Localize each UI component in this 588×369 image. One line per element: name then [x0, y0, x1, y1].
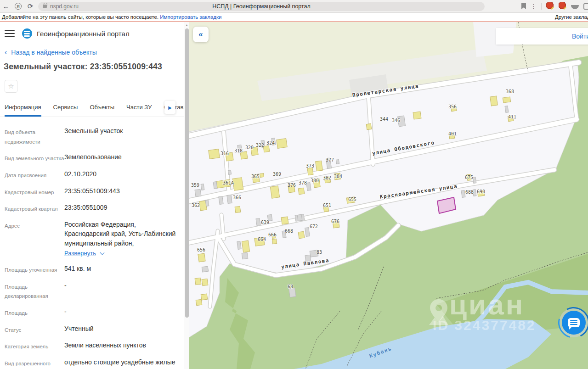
extension-icon-1[interactable] [546, 2, 554, 10]
parcel-number-label: 688 [465, 190, 474, 195]
extension-icon-2[interactable] [559, 2, 566, 10]
attribute-label: Категория земель [5, 341, 64, 352]
profile-icon[interactable] [583, 3, 588, 10]
parcel-number-label: 676 [331, 219, 339, 224]
attribute-value: 23:35:0551009:443 [64, 186, 120, 197]
favorite-star-button[interactable]: ☆ [5, 80, 17, 93]
bookmarks-hint: Добавляйте на эту панель сайты, которые … [2, 14, 221, 20]
attribute-row: Категория земельЗемли населенных пунктов [5, 341, 184, 352]
building-gray [306, 183, 311, 191]
attribute-label: Вид объекта недвижимости [5, 126, 64, 146]
hamburger-menu-icon[interactable] [5, 28, 15, 39]
parcel-number-label: 68 [288, 284, 293, 289]
building-gray [336, 160, 339, 164]
parcel-number-label: 380 [311, 178, 319, 183]
attribute-label: Площадь уточненная [5, 264, 64, 275]
back-to-results-link[interactable]: ‹ Назад в найденные объекты [5, 49, 184, 56]
yandex-icon[interactable]: Я [15, 3, 22, 10]
attribute-value: Российская Федерация, Краснодарский край… [64, 220, 180, 258]
parcel-number-label: 664 [258, 237, 266, 242]
attribute-row: Дата присвоения02.10.2020 [5, 169, 184, 180]
tab-информация[interactable]: Информация [5, 100, 41, 117]
url-text: nspd.gov.ru [50, 3, 79, 10]
chevron-left-icon: ‹ [5, 49, 7, 56]
building-yellow [307, 168, 313, 175]
attribute-row: Вид объекта недвижимостиЗемельный участо… [5, 126, 184, 146]
star-icon: ☆ [8, 82, 14, 90]
building-gray [505, 106, 509, 113]
collapse-panel-button[interactable]: « [193, 27, 209, 42]
building-yellow [281, 217, 288, 224]
building-yellow [277, 139, 287, 149]
building-gray [256, 218, 260, 226]
building-yellow [195, 278, 201, 285]
parcel-number-label: 639 [261, 220, 269, 225]
building-gray [228, 170, 231, 175]
attribute-row: Вид разрешенного использованияотдельно с… [5, 358, 184, 369]
map-canvas[interactable]: 3683563443464114013163183203223243733773… [189, 22, 588, 369]
attribute-label: Вид разрешенного использования [5, 358, 64, 369]
parcel-number-label: 401 [448, 131, 457, 136]
page-title: НСПД | Геоинформационный портал [38, 3, 485, 10]
attribute-row: Площадь уточненная541 кв. м [5, 264, 184, 275]
parcel-number-label: 361А [223, 180, 234, 185]
portal-logo [22, 28, 32, 39]
attribute-value: Учтенный [64, 324, 94, 335]
attribute-value: Земельный участок [64, 126, 123, 146]
login-button[interactable]: Войти [572, 33, 588, 40]
scrollbar-thumb[interactable] [185, 28, 189, 318]
attribute-label: Дата присвоения [5, 169, 64, 180]
parcel-number-label: 373 [306, 163, 314, 168]
building-gray [242, 252, 248, 259]
parcel-number-label: 362 [192, 203, 200, 208]
panel-scrollbar[interactable]: ▲ [184, 22, 189, 369]
import-bookmarks-link[interactable]: Импортировать закладки [160, 14, 221, 20]
building-yellow [209, 149, 220, 159]
back-arrow-icon[interactable]: ← [0, 2, 12, 10]
refresh-icon[interactable]: ⟳ [24, 2, 36, 11]
building-yellow [298, 188, 305, 195]
downloads-icon[interactable] [571, 5, 579, 9]
attribute-value: отдельно стоящие усадебные жилые дома с … [64, 358, 180, 369]
kebab-menu-icon[interactable]: ⋮ [531, 3, 537, 10]
object-info-panel: Геоинформационный портал ‹ Назад в найде… [0, 22, 189, 369]
building-yellow [413, 112, 421, 119]
expand-address-link[interactable]: Развернуть [64, 249, 104, 258]
tab-части-зу[interactable]: Части ЗУ [126, 100, 152, 117]
bookmark-flag-icon[interactable] [521, 3, 526, 9]
chevron-down-icon [100, 250, 104, 255]
building-gray [219, 196, 223, 205]
parcel-number-label: 377 [326, 157, 334, 162]
parcel-number-label: 376 [288, 183, 296, 188]
parcel-number-label: 672 [310, 224, 318, 229]
building-gray [202, 266, 208, 272]
building-gray [201, 184, 204, 190]
building-yellow [198, 253, 205, 262]
building-yellow [316, 161, 323, 171]
login-bar: Войти [496, 28, 588, 45]
chat-circle [562, 311, 586, 335]
tabs-scroll-right-button[interactable]: ▶ [164, 101, 175, 114]
toolbar-separator [541, 3, 542, 10]
lock-icon [43, 5, 47, 8]
tab-bar: ИнформацияСервисыОбъектыЧасти ЗУСостав▶ [0, 100, 184, 117]
attribute-label: Вид земельного участка [5, 152, 64, 163]
building-yellow [260, 173, 264, 177]
address-bar[interactable]: nspd.gov.ru НСПД | Геоинформационный пор… [38, 2, 485, 11]
tab-сервисы[interactable]: Сервисы [53, 100, 78, 117]
attribute-value: 02.10.2020 [64, 169, 96, 180]
parcel-number-label: 83 [317, 250, 322, 255]
parcel-number-label: 656 [197, 247, 205, 252]
building-gray [227, 195, 232, 203]
parcel-number-label: 666 [268, 232, 277, 237]
parcel-number-label: 346 [392, 118, 400, 123]
chat-widget-button[interactable] [559, 308, 588, 337]
building-gray [195, 189, 201, 197]
other-bookmarks-link[interactable]: Другие закладки [555, 14, 588, 20]
scroll-up-icon[interactable]: ▲ [185, 23, 188, 27]
parcel-number-label: 378 [299, 180, 307, 185]
tab-объекты[interactable]: Объекты [90, 100, 114, 117]
parcel-number-label: 366 [233, 195, 241, 200]
attribute-row: АдресРоссийская Федерация, Краснодарский… [5, 220, 184, 258]
parcel-number-label: 356 [448, 104, 457, 109]
